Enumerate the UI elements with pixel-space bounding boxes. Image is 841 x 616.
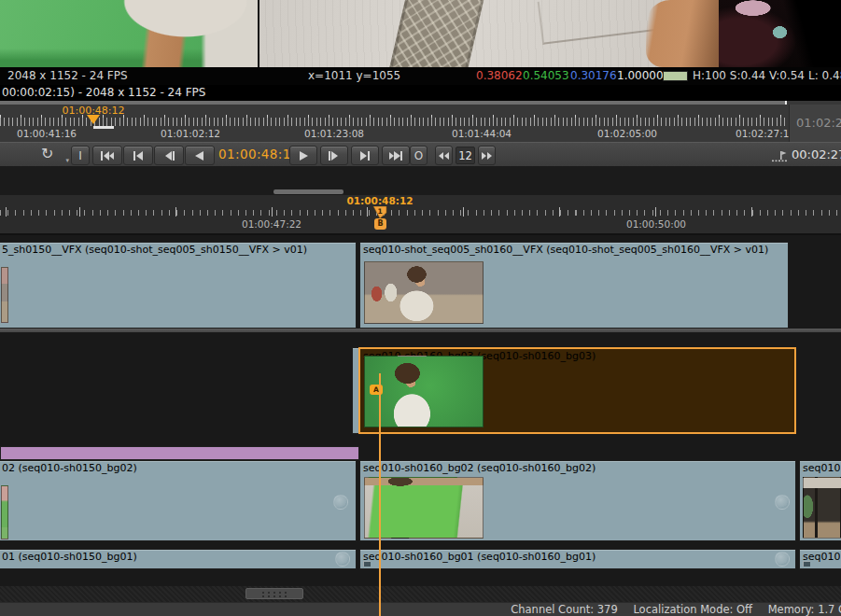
sequence-duration: 00:02:27 (792, 147, 841, 161)
clip-info-bar: 00:00:02:15) - 2048 x 1152 - 24 FPS (0, 85, 841, 101)
clip-format-label: 00:00:02:15) - 2048 x 1152 - 24 FPS (2, 86, 205, 99)
ruler-tick-label: 01:02:05:00 (585, 128, 669, 139)
viewer-info-bar: 2048 x 1152 - 24 FPS x=1011 y=1055 0.380… (0, 67, 841, 85)
previous-edit-button[interactable] (123, 146, 153, 165)
clip-thumbnail (1, 267, 8, 323)
clip-label: 02 (seq010-sh0150_bg02) (2, 462, 354, 474)
timeline-playhead-line[interactable] (379, 373, 381, 616)
clip-thumbnail (1, 485, 8, 539)
clip-sh0160-vfx[interactable]: seq010-shot_seq005_sh0160__VFX (seq010-s… (359, 242, 789, 329)
decrement-frame-step-button[interactable] (435, 146, 453, 165)
viewer-timeline-ruler[interactable]: 01:00:48:12 01:00:41:16 01:01:02:12 01:0… (0, 101, 841, 142)
clip-sh0160-bg02[interactable]: seq010-sh0160_bg02 (seq010-sh0160_bg02) (359, 460, 796, 541)
duration-icon (771, 148, 787, 166)
set-in-button[interactable]: I (71, 146, 90, 165)
channel-count-label: Channel Count: 379 (511, 603, 618, 616)
chevron-down-icon: ▾ (65, 157, 69, 164)
clip-sh0150-bg02[interactable]: 02 (seq010-sh0150_bg02) (0, 460, 357, 541)
next-edit-icon (357, 150, 372, 161)
frame-step-field[interactable]: 12 (456, 147, 475, 164)
step-forward-button[interactable] (320, 146, 348, 165)
clip-sh0150-vfx[interactable]: 5_sh0150__VFX (seq010-shot_seq005_sh0150… (0, 242, 357, 329)
media-globe-icon (335, 552, 350, 567)
play-backward-icon (192, 150, 207, 161)
sequence-end-timecode: 01:02:27:10 (789, 105, 841, 142)
set-out-button[interactable]: O (410, 146, 428, 165)
pixel-luma-value: L: 0.48 (808, 69, 841, 82)
viewer-frame-shirt-closeup (258, 0, 719, 67)
ruler-tick-label: 01:01:23:08 (292, 128, 376, 139)
clip-label: seq010-s (803, 462, 840, 474)
timeline-zoom-scrollbar[interactable] (273, 189, 343, 194)
transport-bar: ↻ ▾ I 01:00:48:12 O (0, 142, 841, 166)
viewer-ruler-minor-ticks (0, 118, 787, 126)
play-backward-button[interactable] (185, 146, 215, 165)
pixel-alpha-value: 1.00000 (617, 69, 664, 82)
clip-label: seq010-sh0160_bg02 (seq010-sh0160_bg02) (363, 462, 793, 474)
clip-next-bg01[interactable]: seq010-s (799, 549, 841, 569)
timeline-panel: 01:00:48:12 1 B 01:00:47:22 01:00:50:00 … (0, 166, 841, 602)
pixel-green-value: 0.54053 (523, 69, 569, 82)
clip-thumbnail (364, 261, 484, 324)
media-type-icon (363, 561, 371, 567)
transport-timecode[interactable]: 01:00:48:12 (218, 147, 300, 161)
pixel-blue-value: 0.30176 (570, 69, 617, 82)
timeline-horizontal-scrollbar[interactable] (0, 586, 841, 602)
localization-mode-label: Localization Mode: Off (633, 603, 752, 616)
go-to-start-button[interactable] (92, 146, 122, 165)
clip-sh0150-bg01[interactable]: 01 (seq010-sh0150_bg01) (0, 549, 357, 569)
skip-to-end-icon (388, 150, 403, 161)
ruler-tick-label: 01:00:47:22 (225, 218, 318, 230)
step-back-button[interactable] (154, 146, 184, 165)
marker-b-badge[interactable]: B (374, 218, 386, 230)
scrollbar-thumb[interactable] (245, 588, 303, 599)
loop-icon: ↻ (41, 145, 53, 162)
increment-frame-step-button[interactable] (478, 146, 496, 165)
compositing-app-window: 2048 x 1152 - 24 FPS x=1011 y=1055 0.380… (0, 0, 841, 616)
ruler-tick-label: 01:01:44:04 (440, 128, 524, 139)
clip-label: 01 (seq010-sh0150_bg01) (2, 551, 354, 563)
step-back-icon (161, 150, 176, 161)
media-globe-icon (775, 495, 790, 510)
ruler-tick-label: 01:00:41:16 (5, 128, 89, 139)
ruler-tick-label: 01:00:50:00 (610, 218, 703, 230)
timeline-ruler-minor-ticks (0, 210, 841, 216)
pixel-color-swatch (663, 71, 688, 81)
memory-usage-label: Memory: 1.7 G (768, 603, 841, 616)
media-type-icon (803, 561, 810, 567)
viewer-image-area[interactable] (0, 0, 841, 67)
clip-thumbnail (364, 477, 484, 539)
pocket-detail (538, 0, 664, 45)
media-globe-icon (333, 495, 348, 510)
ruler-tick-label: 01:01:02:12 (148, 128, 232, 139)
play-button[interactable] (289, 146, 317, 165)
clip-label: seq010-shot_seq005_sh0160__VFX (seq010-s… (363, 244, 786, 256)
step-forward-icon (327, 150, 342, 161)
double-left-icon (439, 152, 449, 160)
clip-sh0160-bg03-selected[interactable]: seq010-sh0160_bg03 (seq010-sh0160_bg03) … (358, 347, 796, 434)
play-icon (296, 150, 311, 161)
double-right-icon (482, 152, 492, 160)
arm-detail (646, 0, 719, 67)
go-to-end-button[interactable] (382, 146, 410, 165)
cursor-position-label: x=1011 y=1055 (308, 69, 400, 82)
viewer-frame-background-plate (719, 0, 841, 67)
next-edit-button[interactable] (351, 146, 379, 165)
pixel-hsv-value: H:100 S:0.44 V:0.54 (693, 69, 805, 82)
viewer-current-frame-bar (93, 126, 114, 129)
pixel-red-value: 0.38062 (476, 69, 523, 82)
viewer-frame-greenscreen (0, 0, 258, 67)
timeline-ruler[interactable]: 01:00:48:12 1 B 01:00:47:22 01:00:50:00 (0, 195, 841, 235)
clip-next-bg02[interactable]: seq010-s (799, 460, 841, 541)
playback-mode-button[interactable]: ↻ ▾ (41, 145, 67, 165)
previous-edit-icon (131, 150, 146, 161)
clip-purple-collapsed[interactable] (0, 446, 359, 460)
viewer-playhead-marker[interactable] (87, 115, 100, 124)
clip-thumbnail (803, 477, 841, 539)
tie-detail (386, 0, 485, 67)
track-separator (0, 329, 841, 332)
clip-sh0160-bg01[interactable]: seq010-sh0160_bg01 (seq010-sh0160_bg01) (359, 549, 796, 569)
clip-label: 5_sh0150__VFX (seq010-shot_seq005_sh0150… (2, 244, 354, 256)
timeline-tracks-area: 5_sh0150__VFX (seq010-shot_seq005_sh0150… (0, 235, 841, 586)
status-bar: Channel Count: 379 Localization Mode: Of… (0, 602, 841, 616)
